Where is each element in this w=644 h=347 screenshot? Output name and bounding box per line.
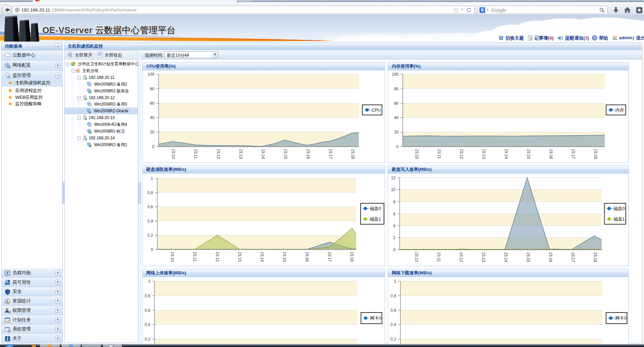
svg-text:0: 0 [152, 144, 154, 149]
svg-text:15:13: 15:13 [481, 149, 486, 159]
svg-text:0: 0 [396, 144, 399, 149]
svg-text:0.8: 0.8 [145, 294, 150, 298]
svg-text:15:13: 15:13 [237, 252, 242, 262]
svg-text:0.6: 0.6 [390, 308, 396, 313]
svg-text:0.4: 0.4 [145, 322, 150, 327]
svg-text:15:17: 15:17 [327, 252, 332, 262]
svg-text:60: 60 [150, 101, 155, 106]
svg-text:15:16: 15:16 [305, 252, 309, 262]
svg-text:15:14: 15:14 [504, 149, 509, 159]
svg-text:15:11: 15:11 [437, 149, 442, 159]
svg-text:100: 100 [148, 72, 154, 77]
svg-text:15:10: 15:10 [414, 149, 419, 159]
svg-text:15:12: 15:12 [459, 252, 464, 262]
svg-text:15:14: 15:14 [260, 252, 264, 262]
svg-text:15:13: 15:13 [481, 252, 486, 262]
svg-text:0: 0 [151, 247, 153, 252]
svg-text:6: 6 [393, 212, 395, 216]
svg-text:磁盘0: 磁盘0 [370, 206, 381, 211]
svg-text:1: 1 [394, 279, 396, 284]
svg-text:?: ? [594, 36, 596, 40]
svg-text:15:15: 15:15 [526, 252, 531, 262]
svg-text:CPU: CPU [371, 108, 381, 113]
svg-text:15:11: 15:11 [436, 252, 441, 262]
svg-text:0.6: 0.6 [147, 205, 153, 209]
svg-text:80: 80 [150, 87, 155, 91]
svg-text:0.2: 0.2 [147, 233, 153, 238]
svg-text:100: 100 [392, 72, 399, 77]
svg-text:15:13: 15:13 [238, 149, 243, 159]
svg-text:15:12: 15:12 [216, 149, 221, 159]
svg-text:15:18: 15:18 [593, 252, 598, 262]
svg-text:15:16: 15:16 [306, 149, 310, 159]
svg-text:15:15: 15:15 [282, 252, 287, 262]
svg-text:15:17: 15:17 [571, 252, 575, 262]
svg-text:1: 1 [148, 279, 150, 284]
svg-text:15:17: 15:17 [328, 149, 333, 159]
svg-text:10: 10 [391, 187, 396, 192]
svg-text:15:12: 15:12 [459, 149, 464, 159]
svg-text:15:12: 15:12 [215, 252, 220, 262]
svg-text:15:10: 15:10 [170, 252, 175, 262]
svg-text:15:14: 15:14 [261, 149, 265, 159]
svg-text:15:15: 15:15 [526, 149, 531, 159]
svg-text:40: 40 [394, 115, 399, 120]
svg-text:磁盘1: 磁盘1 [614, 216, 625, 222]
svg-text:40: 40 [150, 115, 155, 120]
svg-text:磁盘1: 磁盘1 [370, 216, 381, 222]
svg-text:网卡0: 网卡0 [615, 316, 626, 321]
svg-text:60: 60 [394, 101, 399, 106]
svg-text:0.6: 0.6 [145, 308, 150, 313]
svg-text:15:17: 15:17 [571, 149, 576, 159]
svg-text:15:18: 15:18 [350, 149, 355, 159]
svg-text:0.8: 0.8 [390, 294, 396, 298]
svg-text:15:14: 15:14 [503, 252, 508, 262]
svg-text:15:18: 15:18 [593, 149, 598, 159]
svg-text:网卡0: 网卡0 [370, 316, 381, 321]
svg-text:0.4: 0.4 [147, 219, 153, 224]
svg-text:80: 80 [394, 87, 399, 91]
svg-text:12: 12 [391, 176, 396, 180]
svg-text:0: 0 [393, 248, 395, 252]
svg-text:15:10: 15:10 [414, 252, 419, 262]
svg-text:15:11: 15:11 [192, 252, 197, 261]
svg-text:0.2: 0.2 [145, 337, 150, 342]
svg-text:1: 1 [151, 176, 153, 181]
svg-text:0.4: 0.4 [390, 322, 396, 327]
svg-text:20: 20 [394, 130, 399, 135]
svg-text:20: 20 [150, 130, 155, 135]
svg-text:15:10: 15:10 [171, 149, 176, 159]
svg-text:磁盘0: 磁盘0 [614, 206, 625, 211]
svg-text:内存: 内存 [615, 108, 624, 113]
svg-text:15:11: 15:11 [193, 149, 198, 159]
svg-text:0.2: 0.2 [390, 337, 396, 342]
svg-text:0.8: 0.8 [147, 190, 153, 195]
svg-text:15:18: 15:18 [349, 252, 354, 262]
svg-text:4: 4 [393, 224, 395, 228]
svg-text:15:16: 15:16 [549, 149, 553, 159]
svg-text:15:16: 15:16 [548, 252, 553, 262]
svg-text:8: 8 [393, 200, 395, 204]
svg-text:2: 2 [393, 235, 395, 240]
svg-text:15:15: 15:15 [283, 149, 288, 159]
